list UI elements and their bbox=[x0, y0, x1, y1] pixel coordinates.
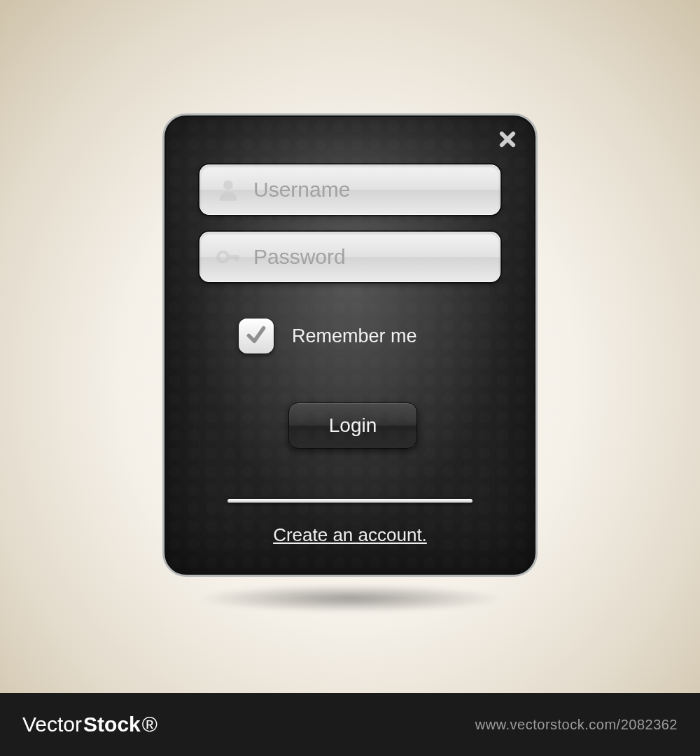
footer-brand-stock: Stock bbox=[83, 713, 141, 736]
login-button[interactable]: Login bbox=[288, 402, 417, 449]
username-input[interactable] bbox=[253, 178, 519, 202]
close-icon bbox=[498, 139, 517, 151]
user-icon bbox=[216, 177, 241, 202]
remember-label: Remember me bbox=[292, 326, 417, 347]
svg-point-1 bbox=[218, 252, 227, 262]
login-panel: Remember me Login Create an account. bbox=[162, 113, 538, 577]
login-button-label: Login bbox=[329, 414, 377, 437]
check-icon bbox=[245, 323, 267, 349]
footer-url: www.vectorstock.com/2082362 bbox=[475, 717, 678, 733]
remember-checkbox[interactable] bbox=[239, 318, 274, 354]
footer-brand: VectorStock® bbox=[22, 713, 158, 736]
close-button[interactable] bbox=[498, 130, 517, 149]
create-account-link[interactable]: Create an account. bbox=[164, 524, 536, 546]
footer: VectorStock® www.vectorstock.com/2082362 bbox=[0, 693, 700, 756]
svg-point-0 bbox=[223, 181, 233, 190]
panel-shadow bbox=[196, 584, 504, 612]
key-icon bbox=[216, 244, 241, 270]
username-field-wrap[interactable] bbox=[200, 164, 500, 215]
remember-row: Remember me bbox=[239, 318, 417, 354]
svg-rect-3 bbox=[235, 255, 239, 261]
footer-brand-vector: Vector bbox=[22, 713, 82, 736]
password-field-wrap[interactable] bbox=[200, 232, 500, 282]
password-input[interactable] bbox=[253, 245, 519, 269]
divider bbox=[227, 499, 472, 503]
stage: Remember me Login Create an account. Vec… bbox=[0, 0, 700, 756]
